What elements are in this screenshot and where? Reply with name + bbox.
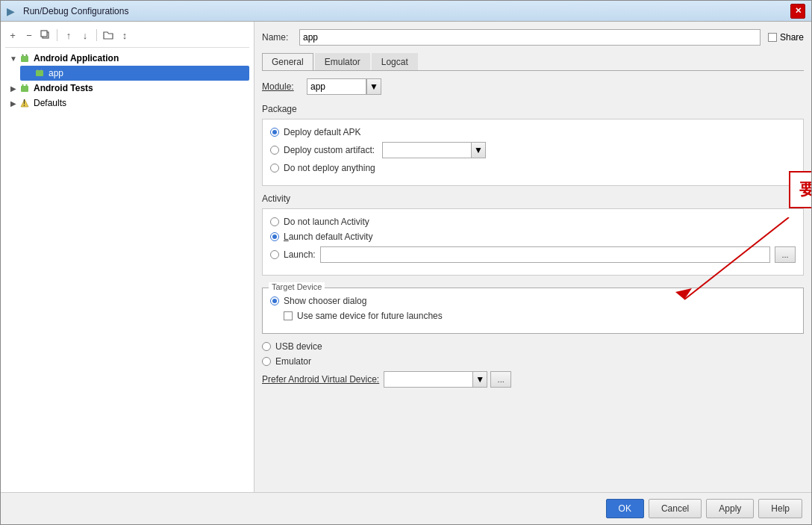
remove-button[interactable]: − — [22, 28, 37, 43]
tab-logcat[interactable]: Logcat — [372, 53, 418, 70]
copy-button[interactable] — [38, 28, 53, 43]
svg-point-14 — [25, 84, 27, 86]
tree-defaults[interactable]: ▶ ! Defaults — [5, 96, 249, 111]
android-application-icon — [19, 52, 31, 64]
module-dropdown-button[interactable]: ▼ — [366, 78, 381, 95]
android-application-children: app — [5, 66, 249, 81]
show-chooser-radio[interactable] — [270, 296, 279, 305]
move-down-button[interactable]: ↓ — [78, 28, 93, 43]
deploy-default-radio[interactable] — [270, 128, 279, 137]
usb-device-radio[interactable] — [262, 342, 271, 351]
do-not-deploy-label: Do not deploy anything — [284, 163, 375, 173]
android-tests-icon — [19, 82, 31, 94]
expand-defaults[interactable]: ▶ — [8, 98, 19, 108]
annotation-arrow — [662, 217, 811, 307]
module-select-value: app — [307, 78, 366, 95]
android-application-label: Android Application — [34, 53, 119, 63]
module-label: Module: — [262, 81, 307, 92]
window-icon: ▶ — [7, 5, 19, 17]
use-same-device-checkbox[interactable] — [284, 311, 293, 320]
prefer-dropdown-button[interactable]: ▼ — [472, 371, 487, 388]
emulator-radio[interactable] — [262, 357, 271, 366]
add-button[interactable]: + — [5, 28, 20, 43]
deploy-custom-row: Deploy custom artifact: ▼ — [270, 142, 796, 158]
name-input[interactable] — [299, 29, 761, 46]
bottom-bar: OK Cancel Apply Help — [1, 492, 811, 524]
module-select-wrapper: app ▼ — [307, 78, 381, 95]
use-same-device-row: Use same device for future launches — [270, 311, 796, 321]
configuration-tabs: General Emulator Logcat — [262, 53, 804, 71]
use-same-device-label: Use same device for future launches — [297, 311, 443, 321]
title-bar: ▶ Run/Debug Configurations ✕ — [1, 1, 811, 22]
tree-app-item[interactable]: app — [20, 66, 249, 81]
folder-button[interactable] — [101, 28, 116, 43]
toolbar-separator-2 — [96, 29, 97, 41]
usb-device-label: USB device — [275, 341, 322, 352]
emulator-label: Emulator — [275, 356, 311, 367]
name-field-label: Name: — [262, 32, 299, 43]
launch-default-label: Launch default Activity — [284, 232, 372, 242]
prefer-select[interactable] — [384, 371, 473, 388]
android-tests-label: Android Tests — [34, 83, 93, 93]
run-debug-configurations-window: ▶ Run/Debug Configurations ✕ + − ↑ ↓ ↕ — [0, 0, 812, 525]
target-device-legend: Target Device — [269, 282, 325, 291]
prefer-row: Prefer Android Virtual Device: ▼ ... — [262, 371, 804, 388]
app-label: app — [49, 68, 63, 78]
do-not-deploy-radio[interactable] — [270, 164, 279, 173]
sort-button[interactable]: ↕ — [117, 28, 132, 43]
svg-point-13 — [22, 84, 23, 86]
deploy-default-row: Deploy default APK — [270, 127, 796, 137]
right-panel: Name: Share General Emulator Logcat Modu… — [254, 22, 811, 492]
svg-marker-18 — [675, 288, 692, 299]
deploy-custom-label: Deploy custom artifact: — [284, 145, 375, 155]
move-up-button[interactable]: ↑ — [61, 28, 76, 43]
tree-android-tests[interactable]: ▶ Android Tests — [5, 81, 249, 96]
prefer-browse-button[interactable]: ... — [490, 371, 511, 388]
ok-button[interactable]: OK — [606, 499, 644, 518]
do-not-launch-label: Do not launch Activity — [284, 217, 369, 227]
launch-label: Launch: — [284, 249, 316, 260]
window-title: Run/Debug Configurations — [23, 6, 790, 16]
tab-general[interactable]: General — [262, 53, 313, 70]
do-not-deploy-row: Do not deploy anything — [270, 163, 796, 173]
svg-text:!: ! — [23, 98, 25, 108]
share-checkbox[interactable] — [768, 33, 777, 42]
svg-line-17 — [684, 217, 789, 299]
activity-section-label: Activity — [262, 193, 804, 204]
usb-device-row: USB device — [262, 341, 804, 352]
do-not-launch-radio[interactable] — [270, 217, 279, 226]
tree-android-application[interactable]: ▼ Android Application — [5, 51, 249, 66]
defaults-icon: ! — [19, 97, 31, 109]
app-icon — [34, 67, 46, 79]
toolbar-separator-1 — [57, 29, 57, 41]
help-button[interactable]: Help — [758, 499, 802, 518]
share-area: Share — [768, 32, 804, 43]
tab-emulator[interactable]: Emulator — [315, 53, 370, 70]
expand-android-application[interactable]: ▼ — [8, 53, 19, 63]
svg-rect-12 — [21, 86, 28, 92]
package-section: Deploy default APK Deploy custom artifac… — [262, 119, 804, 186]
cancel-button[interactable]: Cancel — [649, 499, 702, 518]
deploy-custom-dropdown[interactable]: ▼ — [471, 142, 486, 158]
apply-button[interactable]: Apply — [706, 499, 754, 518]
module-row: Module: app ▼ — [262, 78, 804, 95]
defaults-label: Defaults — [34, 98, 66, 108]
left-panel: + − ↑ ↓ ↕ ▼ — [1, 22, 254, 492]
name-row: Name: Share — [262, 29, 804, 46]
close-button[interactable]: ✕ — [790, 4, 805, 19]
svg-rect-7 — [36, 70, 43, 76]
show-chooser-label: Show chooser dialog — [284, 296, 366, 306]
emulator-row: Emulator — [262, 356, 804, 367]
launch-default-radio[interactable] — [270, 232, 279, 241]
expand-android-tests[interactable]: ▶ — [8, 83, 19, 93]
deploy-custom-select[interactable] — [382, 142, 472, 158]
expand-app — [23, 68, 34, 78]
svg-rect-1 — [41, 31, 47, 37]
deploy-custom-radio[interactable] — [270, 146, 279, 155]
configurations-toolbar: + − ↑ ↓ ↕ — [5, 26, 249, 48]
configurations-tree: ▼ Android Application app — [5, 51, 249, 111]
svg-rect-2 — [21, 56, 28, 62]
content-area: + − ↑ ↓ ↕ ▼ — [1, 22, 811, 492]
package-section-label: Package — [262, 104, 804, 114]
launch-radio[interactable] — [270, 250, 279, 259]
